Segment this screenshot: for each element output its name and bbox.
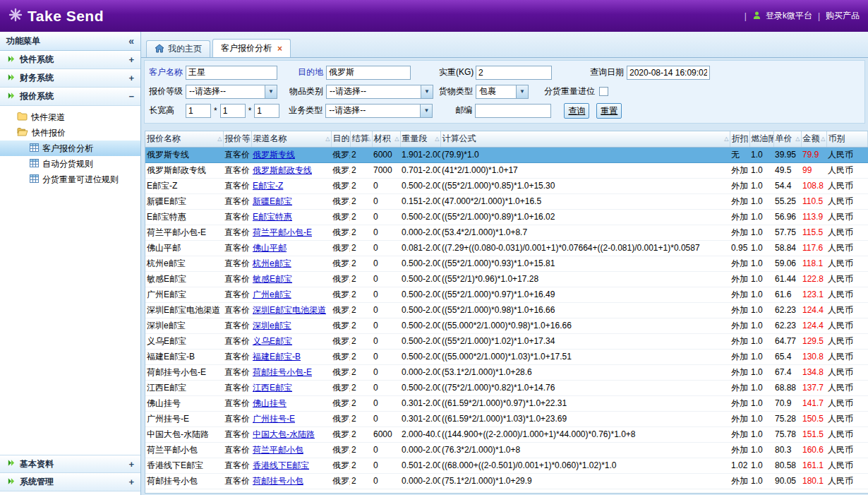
width-input[interactable] bbox=[220, 104, 246, 118]
column-header-level[interactable]: 报价等△ bbox=[223, 131, 251, 147]
sidebar-item-finance-system[interactable]: 财务系统 + bbox=[0, 69, 140, 88]
reset-button[interactable]: 重置 bbox=[596, 103, 622, 119]
channel-link[interactable]: 新疆E邮宝 bbox=[253, 196, 292, 206]
sort-icon[interactable]: △ bbox=[724, 136, 728, 142]
channel-link[interactable]: 俄罗斯邮政专线 bbox=[253, 165, 312, 175]
sidebar-item-quote-system[interactable]: 报价系统 − bbox=[0, 88, 140, 106]
chevron-down-icon[interactable]: ▼ bbox=[421, 85, 433, 98]
quote-row[interactable]: 深圳E邮宝电池渠道直客价深圳E邮宝电池渠道俄罗斯200.500-2.000((5… bbox=[145, 302, 868, 318]
sort-icon[interactable]: △ bbox=[366, 136, 370, 142]
length-input[interactable] bbox=[186, 104, 211, 118]
quote-row[interactable]: 香港线下E邮宝直客价香港线下E邮宝俄罗斯200.501-2.000((68.00… bbox=[145, 458, 868, 473]
sort-icon[interactable]: △ bbox=[435, 136, 439, 142]
quote-row[interactable]: 佛山挂号直客价佛山挂号俄罗斯200.301-2.000((61.59*2/1.0… bbox=[145, 395, 868, 411]
quote-level-select[interactable]: --请选择-- ▼ bbox=[186, 85, 277, 99]
quote-row[interactable]: 佛山平邮直客价佛山平邮俄罗斯200.081-2.000((7.29+((0.08… bbox=[145, 240, 868, 256]
collapse-section-icon[interactable]: − bbox=[128, 91, 134, 102]
column-header-amount[interactable]: 金额△ bbox=[801, 131, 826, 147]
quote-row[interactable]: 荷兰平邮小包直客价荷兰平邮小包俄罗斯200.000-2.000(76.3*2/1… bbox=[145, 442, 868, 458]
tree-leaf-auto-distribution-rules[interactable]: 自动分货规则 bbox=[0, 156, 140, 172]
channel-link[interactable]: 深圳e邮宝 bbox=[253, 321, 291, 330]
sidebar-item-basic-data[interactable]: 基本资料 + bbox=[0, 455, 140, 473]
quote-row[interactable]: 广州E邮宝直客价广州e邮宝俄罗斯200.500-2.000((55*2/1.00… bbox=[145, 287, 868, 302]
expand-icon[interactable]: + bbox=[128, 459, 134, 470]
sort-icon[interactable]: △ bbox=[325, 136, 330, 142]
channel-link[interactable]: 荷兰平邮小包 bbox=[253, 445, 303, 455]
chevron-down-icon[interactable]: ▼ bbox=[420, 105, 432, 117]
login-link[interactable]: 登录k微平台 bbox=[766, 10, 812, 22]
sort-icon[interactable]: △ bbox=[246, 136, 250, 142]
expand-icon[interactable]: + bbox=[128, 54, 134, 65]
channel-link[interactable]: 香港线下E邮宝 bbox=[253, 460, 309, 470]
column-header-fuel[interactable]: 燃油附△ bbox=[749, 131, 773, 147]
tree-leaf-customer-quote-analysis[interactable]: 客户报价分析 bbox=[0, 141, 140, 156]
sort-icon[interactable]: △ bbox=[394, 136, 399, 142]
channel-link[interactable]: 江西E邮宝 bbox=[253, 383, 292, 393]
column-header-volume[interactable]: 材积△ bbox=[372, 131, 400, 147]
channel-link[interactable]: 杭州e邮宝 bbox=[253, 258, 291, 268]
height-input[interactable] bbox=[254, 104, 279, 118]
channel-link[interactable]: 广州e邮宝 bbox=[253, 290, 291, 299]
column-header-weight_range[interactable]: 重量段△ bbox=[400, 131, 440, 147]
sort-icon[interactable]: △ bbox=[744, 136, 748, 142]
quote-row[interactable]: 福建E邮宝-B直客价福建E邮宝-B俄罗斯200.500-2.000((55.00… bbox=[145, 349, 868, 364]
expand-icon[interactable]: + bbox=[128, 477, 134, 487]
channel-link[interactable]: 佛山挂号 bbox=[253, 398, 287, 408]
chevron-down-icon[interactable]: ▼ bbox=[516, 85, 528, 98]
column-header-formula[interactable]: 计算公式△ bbox=[440, 131, 730, 147]
quote-row[interactable]: 敏感E邮宝直客价敏感E邮宝俄罗斯200.500-2.000((55*2/1)*0… bbox=[145, 271, 868, 287]
chevron-down-icon[interactable]: ▼ bbox=[265, 85, 277, 98]
channel-link[interactable]: 敏感E邮宝 bbox=[253, 274, 292, 284]
customer-name-input[interactable] bbox=[186, 66, 277, 80]
channel-link[interactable]: E邮宝-Z bbox=[253, 181, 283, 191]
destination-input[interactable] bbox=[326, 66, 411, 80]
quote-row[interactable]: 俄罗斯邮政专线直客价俄罗斯邮政专线俄罗斯270000.701-2.000(41*… bbox=[145, 162, 868, 178]
postcode-input[interactable] bbox=[475, 104, 551, 118]
channel-link[interactable]: 义乌E邮宝 bbox=[253, 336, 292, 346]
tree-leaf-weight-carry-rules[interactable]: 分货重量可进位规则 bbox=[0, 172, 140, 187]
quote-row[interactable]: 荷兰平邮小包-E直客价荷兰平邮小包-E俄罗斯200.000-2.000(53.4… bbox=[145, 225, 868, 240]
split-weight-carry-checkbox[interactable] bbox=[599, 87, 608, 96]
expand-icon[interactable]: + bbox=[128, 73, 134, 83]
column-header-settle[interactable]: 结算△ bbox=[350, 131, 372, 147]
sort-icon[interactable]: △ bbox=[795, 136, 800, 142]
channel-link[interactable]: 福建E邮宝-B bbox=[253, 352, 301, 362]
quote-row[interactable]: 中国大包-水陆路直客价中国大包-水陆路俄罗斯260002.000-40.00((… bbox=[145, 427, 868, 442]
actual-weight-input[interactable] bbox=[476, 66, 552, 80]
quote-row[interactable]: 广州挂号-E直客价广州挂号-E俄罗斯200.301-2.000((61.59*2… bbox=[145, 411, 868, 427]
channel-link[interactable]: E邮宝特惠 bbox=[253, 212, 292, 222]
quote-row[interactable]: 义乌E邮宝直客价义乌E邮宝俄罗斯200.500-2.000((55*2/1.00… bbox=[145, 333, 868, 349]
sort-icon[interactable]: △ bbox=[821, 136, 825, 142]
channel-link[interactable]: 深圳E邮宝电池渠道 bbox=[253, 305, 326, 315]
channel-link[interactable]: 佛山平邮 bbox=[253, 243, 287, 253]
quote-row[interactable]: 俄罗斯专线直客价俄罗斯专线俄罗斯260001.901-2.000(79.9)*1… bbox=[145, 147, 868, 162]
quote-row[interactable]: 荷邮挂号小包直客价荷邮挂号小包俄罗斯200.000-2.000(75.1*2/1… bbox=[145, 473, 868, 489]
sort-icon[interactable]: △ bbox=[217, 136, 222, 142]
column-header-discount[interactable]: 折扣△ bbox=[730, 131, 749, 147]
tree-item-express-channel[interactable]: 快件渠道 bbox=[0, 109, 140, 125]
channel-link[interactable]: 荷邮挂号小包-E bbox=[253, 367, 312, 377]
item-category-select[interactable]: --请选择-- ▼ bbox=[326, 85, 433, 99]
buy-product-link[interactable]: 购买产品 bbox=[826, 10, 860, 22]
quote-row[interactable]: 深圳e邮宝直客价深圳e邮宝俄罗斯200.500-2.000((55.000*2/… bbox=[145, 318, 868, 333]
tree-folder-express-quote[interactable]: 快件报价 bbox=[0, 125, 140, 141]
column-header-dest[interactable]: 目的△ bbox=[331, 131, 350, 147]
channel-link[interactable]: 中国大包-水陆路 bbox=[253, 429, 315, 439]
close-tab-icon[interactable]: × bbox=[277, 44, 282, 54]
search-button[interactable]: 查询 bbox=[564, 103, 589, 119]
tab-customer-quote-analysis[interactable]: 客户报价分析 × bbox=[212, 39, 291, 57]
sidebar-item-system-management[interactable]: 系统管理 + bbox=[0, 473, 140, 491]
column-header-name[interactable]: 报价名称△ bbox=[145, 131, 223, 147]
quote-row[interactable]: 新疆E邮宝直客价新疆E邮宝俄罗斯200.151-2.000(47.000*2/1… bbox=[145, 193, 868, 209]
quote-row[interactable]: 江西E邮宝直客价江西E邮宝俄罗斯200.500-2.000((75*2/1.00… bbox=[145, 380, 868, 395]
query-date-input[interactable] bbox=[627, 66, 710, 80]
column-header-currency[interactable]: 币别 bbox=[826, 131, 868, 147]
quote-row[interactable]: 杭州e邮宝直客价杭州e邮宝俄罗斯200.500-2.000((55*2/1.00… bbox=[145, 256, 868, 271]
column-header-unit_price[interactable]: 单价△ bbox=[773, 131, 801, 147]
tab-my-homepage[interactable]: 我的主页 bbox=[146, 40, 210, 57]
collapse-sidebar-icon[interactable]: « bbox=[128, 35, 134, 47]
quote-row[interactable]: E邮宝-Z直客价E邮宝-Z俄罗斯200.500-2.000((55*2/1.00… bbox=[145, 178, 868, 193]
channel-link[interactable]: 荷兰平邮小包-E bbox=[253, 227, 312, 237]
sort-icon[interactable]: △ bbox=[344, 136, 349, 142]
quote-row[interactable]: E邮宝特惠直客价E邮宝特惠俄罗斯200.500-2.000((55*2/1.00… bbox=[145, 209, 868, 225]
